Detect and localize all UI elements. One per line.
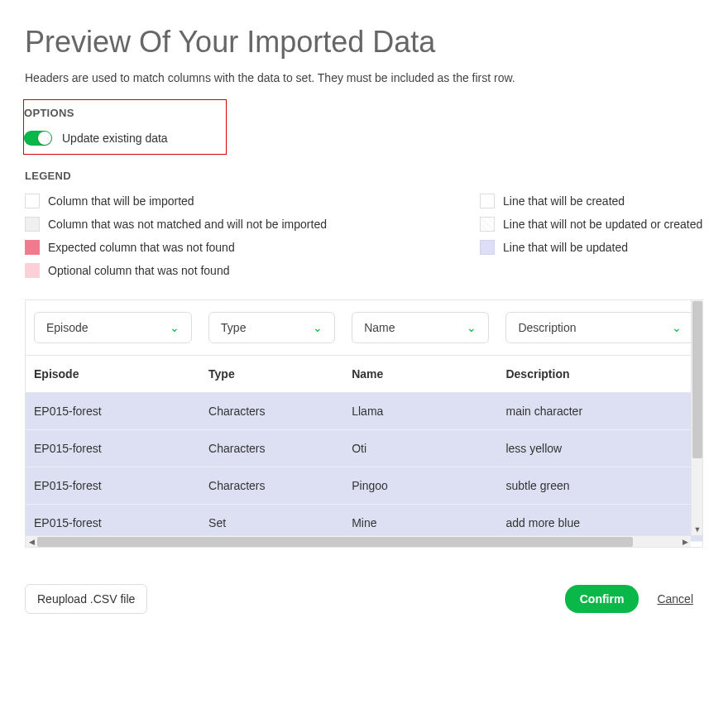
legend-text: Optional column that was not found	[48, 264, 229, 277]
table-row: EP015-forest Characters Oti less yellow	[26, 430, 702, 467]
cell-name: Pingoo	[343, 467, 497, 505]
header-cell: Episode	[26, 356, 200, 393]
cell-name: Llama	[343, 393, 497, 430]
column-select-name[interactable]: Name ⌄	[352, 312, 489, 343]
legend-text: Expected column that was not found	[48, 241, 235, 254]
cell-type: Characters	[200, 430, 343, 467]
legend-section: LEGEND Column that will be imported Colu…	[25, 170, 703, 278]
legend-item-col-unmatched: Column that was not matched and will not…	[25, 217, 447, 232]
swatch-pink	[25, 263, 40, 278]
cell-desc: main character	[497, 393, 702, 430]
page-title: Preview Of Your Imported Data	[25, 25, 703, 60]
cancel-link[interactable]: Cancel	[657, 592, 693, 606]
legend-text: Column that will be imported	[48, 194, 194, 208]
legend-text: Line that will be updated	[503, 241, 628, 254]
swatch-red	[25, 240, 40, 255]
swatch-lavender	[480, 240, 495, 255]
column-select-label: Type	[221, 321, 246, 334]
cell-episode: EP015-forest	[26, 393, 200, 430]
vertical-scrollbar[interactable]: ▲ ▼	[691, 300, 702, 535]
legend-text: Line that will not be updated or created	[503, 218, 702, 231]
legend-item-col-expected-missing: Expected column that was not found	[25, 240, 447, 255]
chevron-down-icon: ⌄	[467, 321, 477, 334]
legend-item-col-imported: Column that will be imported	[25, 194, 447, 208]
page-subtitle: Headers are used to match columns with t…	[25, 71, 703, 84]
column-select-description[interactable]: Description ⌄	[505, 312, 694, 343]
vertical-scroll-thumb[interactable]	[692, 301, 702, 458]
legend-text: Column that was not matched and will not…	[48, 218, 327, 231]
swatch-hatch	[480, 217, 495, 232]
options-highlight-box: OPTIONS Update existing data	[23, 99, 227, 155]
header-cell: Description	[497, 356, 702, 393]
update-existing-toggle[interactable]	[24, 131, 52, 146]
cell-desc: less yellow	[497, 430, 702, 467]
swatch-white	[25, 194, 40, 208]
toggle-knob	[38, 132, 51, 145]
scroll-right-arrow-icon[interactable]: ▶	[679, 536, 691, 548]
legend-text: Line that will be created	[503, 194, 625, 208]
column-select-label: Description	[518, 321, 576, 334]
column-select-label: Name	[364, 321, 395, 334]
legend-item-col-optional-missing: Optional column that was not found	[25, 263, 447, 278]
swatch-gray	[25, 217, 40, 232]
header-cell: Type	[200, 356, 343, 393]
update-existing-label: Update existing data	[62, 132, 168, 145]
confirm-button[interactable]: Confirm	[565, 585, 639, 613]
swatch-white	[480, 194, 495, 208]
scroll-down-arrow-icon[interactable]: ▼	[692, 524, 703, 535]
cell-episode: EP015-forest	[26, 430, 200, 467]
legend-item-line-created: Line that will be created	[480, 194, 702, 208]
horizontal-scroll-thumb[interactable]	[37, 537, 633, 547]
preview-table-wrap: Episode ⌄ Type ⌄ Name	[25, 299, 703, 548]
cell-episode: EP015-forest	[26, 467, 200, 505]
scroll-left-arrow-icon[interactable]: ◀	[26, 536, 37, 548]
legend-item-line-ignored: Line that will not be updated or created	[480, 217, 702, 232]
chevron-down-icon: ⌄	[170, 321, 180, 334]
cell-type: Characters	[200, 467, 343, 505]
column-select-label: Episode	[46, 321, 89, 334]
chevron-down-icon: ⌄	[313, 321, 323, 334]
cell-name: Oti	[343, 430, 497, 467]
cell-type: Characters	[200, 393, 343, 430]
csv-header-row: Episode Type Name Description	[26, 356, 702, 393]
header-cell: Name	[343, 356, 497, 393]
preview-table-scroll[interactable]: Episode ⌄ Type ⌄ Name	[26, 300, 702, 547]
legend-item-line-updated: Line that will be updated	[480, 240, 702, 255]
column-select-type[interactable]: Type ⌄	[208, 312, 335, 343]
column-select-episode[interactable]: Episode ⌄	[34, 312, 192, 343]
table-row: EP015-forest Characters Pingoo subtle gr…	[26, 467, 702, 505]
options-label: OPTIONS	[24, 107, 168, 119]
reupload-button[interactable]: Reupload .CSV file	[25, 584, 147, 614]
legend-label: LEGEND	[25, 170, 703, 182]
chevron-down-icon: ⌄	[672, 321, 682, 334]
cell-desc: subtle green	[497, 467, 702, 505]
horizontal-scrollbar[interactable]: ◀ ▶	[26, 535, 691, 547]
preview-table: Episode ⌄ Type ⌄ Name	[26, 300, 702, 542]
table-row: EP015-forest Characters Llama main chara…	[26, 393, 702, 430]
